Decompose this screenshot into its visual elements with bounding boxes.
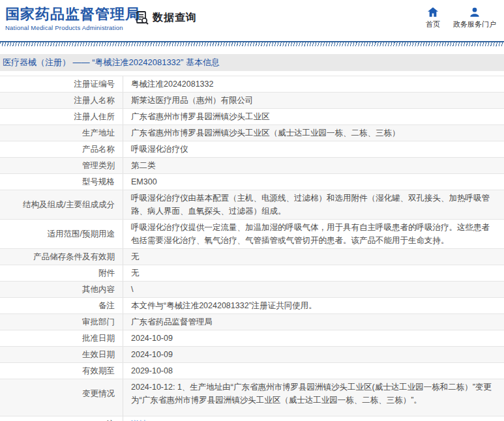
row-label: 其他内容: [82, 283, 115, 296]
row-label: 产品储存条件及有效期: [33, 250, 115, 263]
row-label-cell: 批准日期: [0, 330, 123, 346]
row-value-cell: 斯莱达医疗用品（惠州）有限公司: [123, 93, 504, 108]
row-value: 呼吸湿化治疗仪由基本配置（主机、电源线、过滤棉）和选用附件（湿化罐、双孔接头、加…: [131, 194, 490, 216]
row-label: 管理类别: [82, 159, 115, 172]
row-value-cell: 呼吸湿化治疗仪提供一定流量、加温加湿的呼吸气体，用于具有自主呼吸患者的呼吸治疗。…: [123, 220, 504, 248]
row-label-cell: 产品名称: [0, 141, 123, 157]
row-value-cell: 呼吸湿化治疗仪由基本配置（主机、电源线、过滤棉）和选用附件（湿化罐、双孔接头、加…: [123, 190, 504, 219]
table-row: 批准日期 2024-10-09: [0, 330, 504, 347]
row-label-cell: 注册人住所: [0, 109, 123, 124]
row-label: 有效期至: [82, 364, 115, 377]
row-label-cell: 生产地址: [0, 125, 123, 141]
row-label-cell: 备注: [0, 298, 123, 313]
row-value: 呼吸湿化治疗仪: [131, 145, 188, 154]
table-row: 适用范围/预期用途 呼吸湿化治疗仪提供一定流量、加温加湿的呼吸气体，用于具有自主…: [0, 220, 504, 249]
table-row: 生效日期 2024-10-09: [0, 347, 504, 363]
row-value: 2024-10-09: [131, 350, 173, 359]
row-label-cell: 结构及组成/主要组成成分: [0, 190, 123, 219]
row-value: \: [131, 285, 133, 294]
row-value: 2024-10-12: 1、生产地址由“广东省惠州市博罗县园洲镇沙头工业区(威士…: [131, 383, 492, 405]
row-label-cell: 审批部门: [0, 314, 123, 330]
row-value: 2029-10-08: [131, 366, 173, 375]
logo-title: 国家药品监督管理局: [5, 6, 140, 23]
row-label: 注册人住所: [74, 110, 115, 123]
table-row: 备注 本文件与“粤械注准20242081332”注册证共同使用。: [0, 298, 504, 314]
row-value: 广东省惠州市博罗县园洲镇沙头工业区（威士达工业园一栋、二栋、三栋）: [131, 128, 400, 138]
document-search-icon: [135, 10, 149, 25]
spacer: [0, 46, 504, 54]
row-label-cell: 注: [0, 416, 123, 421]
table-row: 注 详情: [0, 416, 504, 421]
row-label-cell: 注册人名称: [0, 93, 123, 108]
table-row: 产品储存条件及有效期 无: [0, 249, 504, 265]
row-value: EM300: [131, 177, 157, 186]
row-value-cell: 第二类: [123, 158, 504, 173]
row-value-cell: 2024-10-09: [123, 330, 504, 346]
row-label-cell: 有效期至: [0, 363, 123, 379]
row-value-cell: 2029-10-08: [123, 363, 504, 379]
row-label: 批准日期: [82, 332, 115, 345]
row-label: 型号规格: [82, 175, 115, 188]
table-row: 结构及组成/主要组成成分 呼吸湿化治疗仪由基本配置（主机、电源线、过滤棉）和选用…: [0, 190, 504, 220]
table-row: 管理类别 第二类: [0, 158, 504, 174]
page-title: 医疗器械（注册） —— “粤械注准20242081332” 基本信息: [0, 54, 504, 71]
row-label: 备注: [98, 299, 115, 312]
nmpa-logo[interactable]: 国家药品监督管理局 National Medical Products Admi…: [5, 6, 140, 31]
data-query-section[interactable]: 数据查询: [135, 10, 197, 25]
row-label: 变更情况: [82, 387, 115, 400]
row-label-cell: 型号规格: [0, 174, 123, 190]
row-label: 产品名称: [82, 143, 115, 156]
row-label: 注册人名称: [74, 94, 115, 107]
row-label-cell: 变更情况: [0, 379, 123, 416]
row-value: 无: [131, 269, 140, 278]
registration-info-table: 注册证编号 粤械注准20242081332 注册人名称 斯莱达医疗用品（惠州）有…: [0, 76, 504, 421]
row-label-cell: 管理类别: [0, 158, 123, 173]
row-value-cell: EM300: [123, 174, 504, 190]
row-label-cell: 生效日期: [0, 347, 123, 362]
row-value-cell: 粤械注准20242081332: [123, 76, 504, 92]
table-row: 附件 无: [0, 265, 504, 282]
page: 国家药品监督管理局 National Medical Products Admi…: [0, 0, 504, 421]
table-row: 注册证编号 粤械注准20242081332: [0, 76, 504, 93]
spacer: [0, 71, 504, 76]
user-icon: [469, 7, 480, 17]
table-row: 产品名称 呼吸湿化治疗仪: [0, 141, 504, 158]
row-value-cell: 呼吸湿化治疗仪: [123, 141, 504, 157]
table-row: 有效期至 2029-10-08: [0, 363, 504, 379]
row-label: 结构及组成/主要组成成分: [23, 198, 115, 211]
row-value-cell: 广东省惠州市博罗县园洲镇沙头工业区: [123, 109, 504, 124]
row-label-cell: 其他内容: [0, 282, 123, 297]
row-value-cell: 详情: [123, 416, 504, 421]
table-row: 变更情况 2024-10-12: 1、生产地址由“广东省惠州市博罗县园洲镇沙头工…: [0, 379, 504, 416]
row-value-cell: 2024-10-12: 1、生产地址由“广东省惠州市博罗县园洲镇沙头工业区(威士…: [123, 379, 504, 416]
table-row: 注册人住所 广东省惠州市博罗县园洲镇沙头工业区: [0, 109, 504, 125]
row-label-cell: 附件: [0, 265, 123, 281]
row-value-cell: 广东省药品监督管理局: [123, 314, 504, 330]
row-label-cell: 产品储存条件及有效期: [0, 249, 123, 265]
table-row: 注册人名称 斯莱达医疗用品（惠州）有限公司: [0, 93, 504, 109]
row-value: 广东省药品监督管理局: [131, 317, 213, 327]
row-value-cell: 2024-10-09: [123, 347, 504, 362]
nav-item-home[interactable]: 首页: [426, 7, 440, 29]
data-query-label: 数据查询: [153, 11, 197, 25]
top-nav: 首页 政务服务门户: [426, 7, 496, 29]
row-value-cell: \: [123, 282, 504, 297]
row-value: 呼吸湿化治疗仪提供一定流量、加温加湿的呼吸气体，用于具有自主呼吸患者的呼吸治疗。…: [131, 223, 490, 245]
row-label: 注册证编号: [74, 78, 115, 91]
row-value: 第二类: [131, 161, 156, 170]
row-label-cell: 注册证编号: [0, 76, 123, 92]
row-value: 无: [131, 252, 140, 261]
nav-label-portal: 政务服务门户: [453, 20, 496, 29]
table-row: 生产地址 广东省惠州市博罗县园洲镇沙头工业区（威士达工业园一栋、二栋、三栋）: [0, 125, 504, 141]
row-label: 注: [107, 418, 115, 421]
row-value-cell: 本文件与“粤械注准20242081332”注册证共同使用。: [123, 298, 504, 313]
home-icon: [428, 7, 438, 17]
table-row: 其他内容 \: [0, 282, 504, 298]
nav-item-portal[interactable]: 政务服务门户: [453, 7, 496, 29]
row-label: 附件: [98, 267, 115, 280]
row-label: 审批部门: [82, 315, 115, 328]
header-divider: [0, 41, 504, 46]
site-header: 国家药品监督管理局 National Medical Products Admi…: [0, 0, 504, 41]
logo-subtitle: National Medical Products Administration: [5, 24, 140, 31]
row-value-cell: 无: [123, 249, 504, 265]
